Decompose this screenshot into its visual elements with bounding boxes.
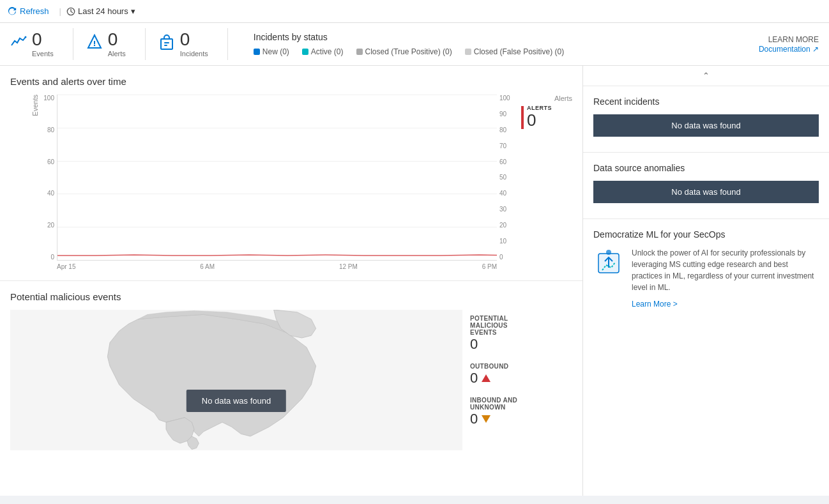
svg-point-2 — [93, 45, 95, 46]
x-axis: Apr 15 6 AM 12 PM 6 PM — [57, 261, 497, 270]
main-layout: Events and alerts over time Events 100 8… — [0, 66, 829, 496]
status-active-dot — [302, 49, 308, 55]
divider-2 — [145, 28, 146, 60]
chart-title: Events and alerts over time — [10, 76, 572, 87]
incidents-label: Incidents — [180, 50, 208, 57]
incidents-status: Incidents by status New (0) Active (0) C… — [241, 32, 746, 56]
alerts-count: 0 — [108, 31, 126, 49]
inbound-value: 0 — [470, 411, 572, 427]
map-placeholder: No data was found — [10, 310, 462, 450]
y-60: 60 — [47, 158, 54, 165]
chart-section: Events and alerts over time Events 100 8… — [0, 66, 582, 281]
documentation-link[interactable]: Documentation ↗ — [759, 45, 819, 54]
map-title: Potential malicious events — [10, 291, 572, 302]
status-new: New (0) — [254, 47, 289, 56]
refresh-button[interactable]: Refresh — [8, 6, 54, 16]
status-closed-false: Closed (False Positive) (0) — [465, 47, 564, 56]
alerts-red-bar — [521, 106, 524, 129]
alerts-stat: 0 Alerts — [86, 31, 145, 57]
y-80: 80 — [47, 126, 54, 134]
status-active-label: Active (0) — [311, 47, 344, 56]
svg-rect-4 — [161, 39, 172, 49]
alerts-icon — [86, 34, 103, 54]
events-label: Events — [32, 50, 54, 57]
recent-incidents-title: Recent incidents — [593, 96, 819, 107]
ml-icon — [593, 247, 624, 284]
summary-bar: 0 Events 0 Alerts 0 I — [0, 23, 829, 66]
incidents-stat: 0 Incidents — [158, 31, 227, 57]
ml-section: Democratize ML for your SecOps Unlock th… — [583, 219, 829, 320]
clock-icon — [66, 7, 75, 16]
up-chevron: ⌃ — [703, 71, 710, 80]
ml-text-content: Unlock the power of AI for security prof… — [632, 247, 819, 310]
learn-more-link[interactable]: Learn More > — [632, 298, 819, 310]
status-closed-true-dot — [356, 49, 363, 55]
x-apr15: Apr 15 — [57, 263, 75, 270]
potential-malicious-value: 0 — [470, 336, 572, 353]
world-map-svg — [10, 310, 462, 450]
recent-incidents-no-data: No data was found — [593, 114, 819, 137]
alerts-right-label: Alerts — [521, 95, 572, 102]
events-stat: 0 Events — [10, 31, 73, 57]
svg-point-1 — [25, 36, 27, 38]
status-closed-true-label: Closed (True Positive) (0) — [365, 47, 452, 56]
incidents-count: 0 — [180, 31, 208, 49]
outbound-value: 0 — [470, 370, 572, 386]
data-source-title: Data source anomalies — [593, 163, 819, 173]
top-bar: Refresh | Last 24 hours ▾ — [0, 0, 829, 23]
alerts-badge: ALERTS 0 — [521, 105, 572, 130]
data-source-section: Data source anomalies No data was found — [583, 153, 829, 219]
alerts-summary: Alerts ALERTS 0 — [515, 95, 572, 130]
status-new-dot — [254, 49, 260, 55]
map-stats: POTENTIALMALICIOUSEVENTS 0 OUTBOUND 0 — [470, 310, 572, 450]
map-no-data-overlay: No data was found — [186, 390, 286, 412]
svg-point-10 — [606, 250, 611, 255]
status-closed-true: Closed (True Positive) (0) — [356, 47, 452, 56]
svg-rect-5 — [164, 42, 169, 43]
status-new-label: New (0) — [262, 47, 289, 56]
learn-more-title: LEARN MORE — [759, 35, 819, 44]
outbound-up-triangle — [482, 374, 491, 382]
recent-incidents-section: Recent incidents No data was found — [583, 86, 829, 153]
collapse-btn[interactable]: ⌃ — [583, 66, 829, 86]
alerts-label: Alerts — [108, 50, 126, 57]
events-icon — [10, 34, 27, 54]
y-40: 40 — [47, 190, 54, 197]
y-0: 0 — [50, 254, 54, 261]
events-y-label: Events — [31, 95, 39, 116]
time-chevron: ▾ — [131, 6, 135, 16]
divider-3 — [227, 28, 228, 60]
potential-malicious-group: POTENTIALMALICIOUSEVENTS 0 — [470, 315, 572, 353]
map-no-data-text: No data was found — [202, 396, 271, 406]
inbound-group: INBOUND ANDUNKNOWN 0 — [470, 397, 572, 427]
status-closed-false-label: Closed (False Positive) (0) — [474, 47, 564, 56]
learn-more: LEARN MORE Documentation ↗ — [746, 35, 819, 54]
chart-svg — [57, 95, 497, 260]
events-count: 0 — [32, 31, 54, 49]
x-12pm: 12 PM — [339, 263, 358, 270]
status-closed-false-dot — [465, 49, 471, 55]
svg-rect-6 — [164, 45, 167, 46]
status-items: New (0) Active (0) Closed (True Positive… — [254, 47, 746, 56]
separator: | — [59, 6, 61, 16]
ml-content: Unlock the power of AI for security prof… — [593, 247, 819, 310]
y-20: 20 — [47, 222, 54, 229]
incidents-icon — [158, 34, 175, 54]
outbound-group: OUTBOUND 0 — [470, 363, 572, 386]
right-panel: ⌃ Recent incidents No data was found Dat… — [583, 66, 829, 496]
inbound-down-triangle — [482, 415, 491, 423]
x-6am: 6 AM — [200, 263, 215, 270]
status-active: Active (0) — [302, 47, 344, 56]
inbound-label: INBOUND ANDUNKNOWN — [470, 397, 572, 411]
x-6pm: 6 PM — [482, 263, 497, 270]
potential-malicious-label: POTENTIALMALICIOUSEVENTS — [470, 315, 572, 336]
data-source-no-data: No data was found — [593, 181, 819, 203]
ml-title: Democratize ML for your SecOps — [593, 229, 819, 240]
alerts-count-display: 0 — [527, 111, 552, 130]
left-panel: Events and alerts over time Events 100 8… — [0, 66, 583, 496]
incidents-status-title: Incidents by status — [254, 32, 746, 42]
map-section: Potential malicious events — [0, 281, 582, 461]
y-100: 100 — [43, 95, 54, 102]
divider-1 — [73, 28, 73, 60]
time-selector[interactable]: Last 24 hours ▾ — [66, 6, 135, 16]
